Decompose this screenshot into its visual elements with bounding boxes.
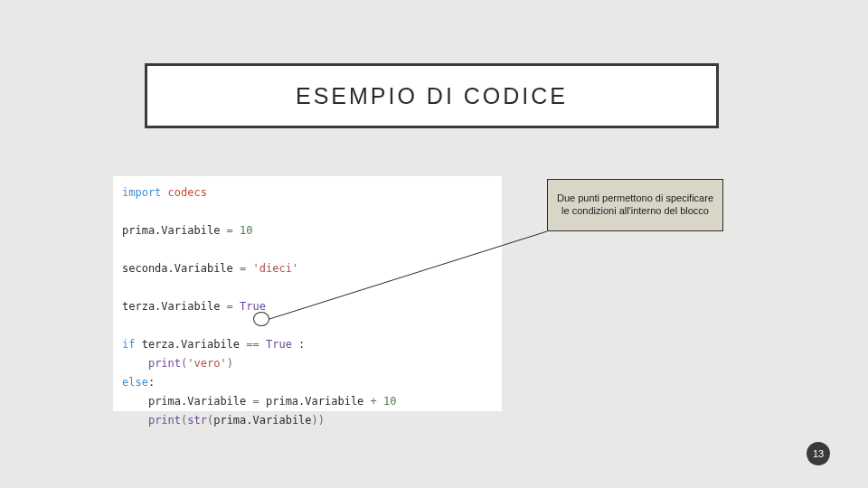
var-seconda: seconda.Variabile bbox=[122, 262, 233, 275]
bool-true: True bbox=[240, 300, 266, 313]
callout-text: Due punti permettono di specificare le c… bbox=[555, 192, 715, 218]
space bbox=[135, 338, 141, 351]
var-prima2: prima.Variabile bbox=[266, 395, 363, 408]
code-example: import codecs prima.Variabile = 10 secon… bbox=[113, 176, 502, 411]
op-assign: = bbox=[220, 224, 240, 237]
str-dieci: 'dieci' bbox=[253, 262, 299, 275]
fn-str: str bbox=[187, 414, 207, 427]
paren-close: ) bbox=[227, 357, 233, 370]
fn-print: print bbox=[148, 414, 181, 427]
module-codecs: codecs bbox=[168, 186, 207, 199]
paren-close: ) bbox=[318, 414, 325, 427]
str-vero: 'vero' bbox=[187, 357, 226, 370]
indent bbox=[122, 395, 148, 408]
indent bbox=[122, 357, 148, 370]
slide-title: ESEMPIO DI CODICE bbox=[296, 83, 568, 109]
keyword-else: else bbox=[122, 376, 148, 389]
var-prima: prima.Variabile bbox=[148, 395, 246, 408]
op-assign: = bbox=[246, 395, 266, 408]
bool-true: True bbox=[266, 338, 292, 351]
keyword-if: if bbox=[122, 338, 135, 351]
op-plus: + bbox=[363, 395, 383, 408]
title-box: ESEMPIO DI CODICE bbox=[145, 63, 719, 128]
num-10: 10 bbox=[383, 395, 396, 408]
page-number: 13 bbox=[813, 448, 824, 459]
page-number-badge: 13 bbox=[807, 442, 830, 465]
num-10: 10 bbox=[240, 224, 252, 237]
keyword-import: import bbox=[122, 186, 161, 199]
callout-box: Due punti permettono di specificare le c… bbox=[547, 179, 723, 231]
op-assign: = bbox=[220, 300, 240, 313]
indent bbox=[122, 414, 148, 427]
colon-if: : bbox=[292, 338, 305, 351]
colon-else: : bbox=[148, 376, 155, 389]
var-prima: prima.Variabile bbox=[122, 224, 220, 237]
paren-close2: ) bbox=[312, 414, 318, 427]
fn-print: print bbox=[148, 357, 181, 370]
cond-var: terza.Variabile bbox=[142, 338, 240, 351]
op-eq: == bbox=[240, 338, 266, 351]
op-assign: = bbox=[233, 262, 253, 275]
var-terza: terza.Variabile bbox=[122, 300, 220, 313]
var-prima: prima.Variabile bbox=[213, 414, 311, 427]
